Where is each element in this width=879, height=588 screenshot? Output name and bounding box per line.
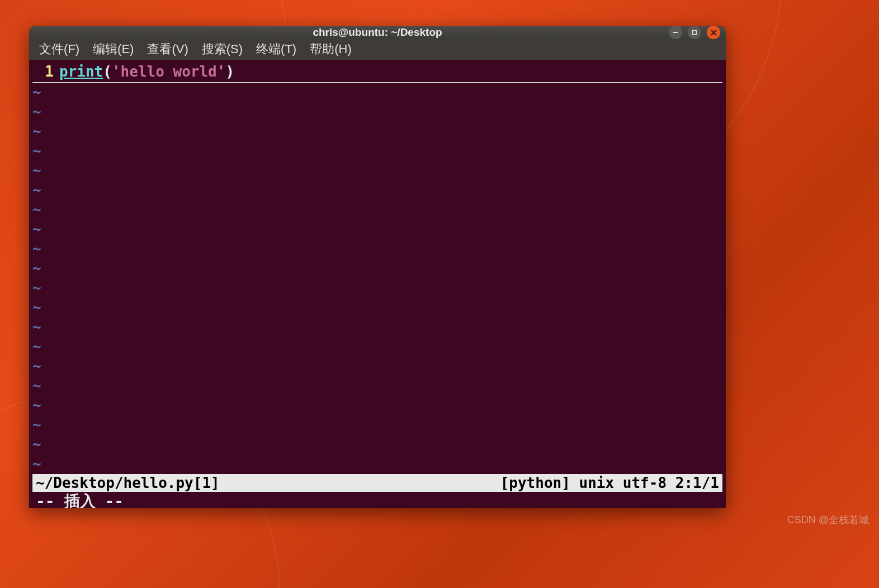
minimize-button[interactable] (669, 26, 682, 39)
code-content[interactable]: print('hello world') (59, 62, 722, 82)
editor-area[interactable]: 1 print('hello world') ~~~~~~~~~~~~~~~~~… (29, 60, 726, 508)
maximize-icon (692, 30, 697, 35)
empty-line-tilde: ~ (32, 317, 722, 337)
token-string: 'hello world' (112, 63, 226, 80)
titlebar[interactable]: chris@ubuntu: ~/Desktop (29, 26, 726, 39)
empty-line-tilde: ~ (32, 83, 722, 102)
empty-line-tilde: ~ (32, 337, 722, 357)
line-number: 1 (32, 62, 59, 82)
empty-line-tilde: ~ (32, 122, 722, 141)
empty-line-tilde: ~ (32, 298, 722, 317)
empty-line-tilde: ~ (32, 357, 722, 376)
empty-line-tilde: ~ (32, 259, 722, 278)
window-title: chris@ubuntu: ~/Desktop (313, 26, 442, 39)
empty-line-tilde: ~ (32, 141, 722, 161)
menu-edit[interactable]: 编辑(E) (87, 39, 139, 60)
token-paren-open: ( (103, 63, 112, 80)
watermark: CSDN @全栈若城 (787, 513, 869, 527)
empty-line-tilde: ~ (32, 454, 722, 474)
empty-lines: ~~~~~~~~~~~~~~~~~~~~ (32, 83, 722, 474)
empty-line-tilde: ~ (32, 415, 722, 435)
empty-line-tilde: ~ (32, 396, 722, 415)
empty-line-tilde: ~ (32, 435, 722, 454)
minimize-icon (673, 30, 678, 35)
window-controls (669, 26, 720, 39)
terminal-window: chris@ubuntu: ~/Desktop 文件(F) 编辑(E) 查看(V… (29, 26, 726, 508)
code-lines: 1 print('hello world') (32, 62, 722, 83)
token-paren-close: ) (225, 63, 234, 80)
svg-rect-1 (693, 31, 697, 35)
statusbar: ~/Desktop/hello.py[1] [python] unix utf-… (32, 474, 722, 492)
empty-line-tilde: ~ (32, 220, 722, 239)
empty-line-tilde: ~ (32, 376, 722, 396)
empty-line-tilde: ~ (32, 181, 722, 200)
menu-help[interactable]: 帮助(H) (304, 39, 357, 60)
menu-view[interactable]: 查看(V) (141, 39, 193, 60)
menu-file[interactable]: 文件(F) (34, 39, 85, 60)
token-keyword: print (59, 63, 103, 80)
empty-line-tilde: ~ (32, 200, 722, 220)
statusbar-left: ~/Desktop/hello.py[1] (36, 473, 220, 493)
statusbar-right: [python] unix utf-8 2:1/1 (500, 473, 719, 493)
empty-line-tilde: ~ (32, 102, 722, 122)
menu-search[interactable]: 搜索(S) (196, 39, 248, 60)
close-icon (711, 30, 717, 36)
empty-line-tilde: ~ (32, 278, 722, 298)
maximize-button[interactable] (688, 26, 701, 39)
menubar: 文件(F) 编辑(E) 查看(V) 搜索(S) 终端(T) 帮助(H) (29, 39, 726, 60)
vim-modeline: -- 插入 -- (32, 492, 722, 508)
close-button[interactable] (707, 26, 720, 39)
code-line-1[interactable]: 1 print('hello world') (32, 62, 722, 83)
menu-terminal[interactable]: 终端(T) (251, 39, 302, 60)
empty-line-tilde: ~ (32, 161, 722, 181)
empty-line-tilde: ~ (32, 239, 722, 259)
